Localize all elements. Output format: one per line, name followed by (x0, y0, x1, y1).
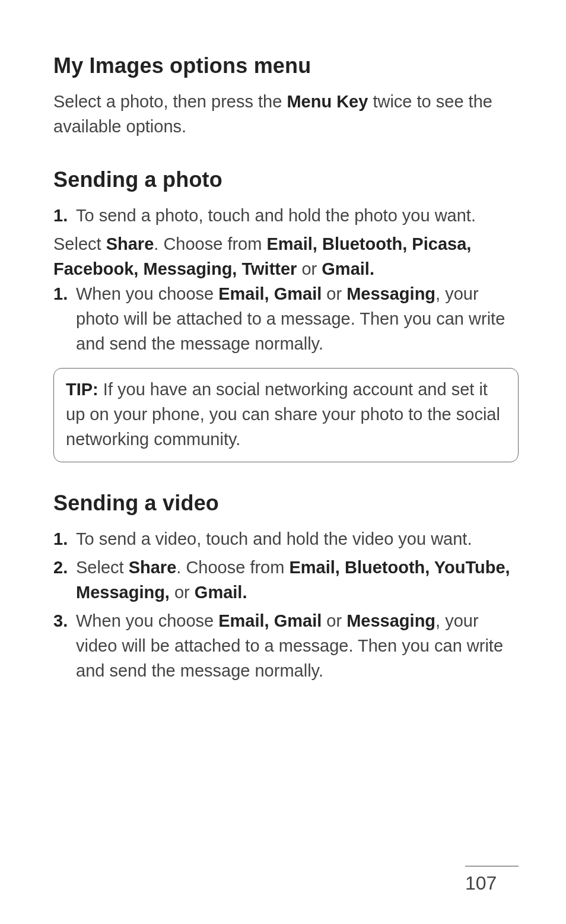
bold-share: Share (106, 234, 154, 253)
ordered-list-photo-1: 1. To send a photo, touch and hold the p… (53, 203, 519, 228)
paragraph-my-images: Select a photo, then press the Menu Key … (53, 89, 519, 139)
section-sending-photo: Sending a photo 1. To send a photo, touc… (53, 167, 519, 462)
tip-text: TIP: If you have an social networking ac… (66, 377, 506, 452)
list-item: 2. Select Share. Choose from Email, Blue… (53, 555, 519, 605)
list-item: 3. When you choose Email, Gmail or Messa… (53, 608, 519, 683)
page-footer: 107 (465, 866, 519, 894)
bold-menu-key: Menu Key (287, 92, 368, 111)
bold-messaging: Messaging (346, 284, 435, 303)
step-text: To send a photo, touch and hold the phot… (76, 206, 476, 225)
step-number: 1. (53, 281, 68, 306)
tip-label: TIP: (66, 380, 98, 399)
heading-my-images: My Images options menu (53, 53, 519, 78)
page-number: 107 (465, 872, 497, 894)
heading-sending-video: Sending a video (53, 491, 519, 516)
list-item: 1. To send a photo, touch and hold the p… (53, 203, 519, 228)
text: Select (53, 234, 106, 253)
section-my-images: My Images options menu Select a photo, t… (53, 53, 519, 139)
list-item: 1. When you choose Email, Gmail or Messa… (53, 281, 519, 356)
list-item: 1. To send a video, touch and hold the v… (53, 526, 519, 551)
step-number: 1. (53, 203, 68, 228)
ordered-list-photo-2: 1. When you choose Email, Gmail or Messa… (53, 281, 519, 356)
paragraph-share-options: Select Share. Choose from Email, Bluetoo… (53, 231, 519, 281)
bold-email-gmail: Email, Gmail (218, 611, 322, 630)
bold-email-gmail: Email, Gmail (218, 284, 322, 303)
ordered-list-video: 1. To send a video, touch and hold the v… (53, 526, 519, 683)
text: or (322, 611, 346, 630)
text: When you choose (76, 611, 218, 630)
heading-sending-photo: Sending a photo (53, 167, 519, 192)
step-number: 2. (53, 555, 68, 580)
bold-gmail: Gmail. (195, 583, 247, 602)
text: When you choose (76, 284, 218, 303)
text: . Choose from (176, 558, 289, 577)
bold-gmail: Gmail. (322, 259, 374, 278)
text: or (170, 583, 195, 602)
section-sending-video: Sending a video 1. To send a video, touc… (53, 491, 519, 683)
text: or (297, 259, 322, 278)
step-text: To send a video, touch and hold the vide… (76, 529, 472, 548)
step-number: 3. (53, 608, 68, 633)
text: Select (76, 558, 129, 577)
tip-box: TIP: If you have an social networking ac… (53, 368, 519, 462)
text: Select a photo, then press the (53, 92, 287, 111)
footer-rule (465, 866, 519, 866)
step-number: 1. (53, 526, 68, 551)
bold-messaging: Messaging (346, 611, 435, 630)
text: or (322, 284, 346, 303)
bold-share: Share (129, 558, 177, 577)
text: If you have an social networking account… (66, 380, 500, 449)
text: . Choose from (154, 234, 266, 253)
